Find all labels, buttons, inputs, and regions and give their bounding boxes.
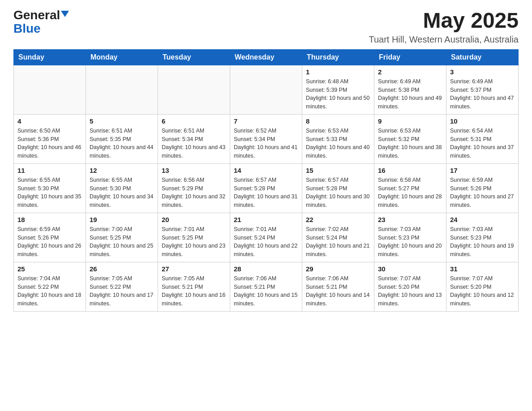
day-number: 15: [306, 167, 370, 174]
day-number: 4: [17, 117, 82, 125]
day-number: 6: [162, 117, 226, 125]
calendar-header-row: SundayMondayTuesdayWednesdayThursdayFrid…: [14, 49, 519, 65]
calendar-day-26: 26Sunrise: 7:05 AMSunset: 5:22 PMDayligh…: [86, 262, 158, 311]
calendar-day-17: 17Sunrise: 6:59 AMSunset: 5:26 PMDayligh…: [446, 163, 519, 213]
day-info: Sunrise: 6:50 AMSunset: 5:36 PMDaylight:…: [17, 127, 82, 160]
day-number: 14: [234, 167, 298, 174]
day-info: Sunrise: 6:48 AMSunset: 5:39 PMDaylight:…: [306, 77, 370, 111]
day-info: Sunrise: 6:53 AMSunset: 5:33 PMDaylight:…: [306, 127, 370, 160]
calendar-day-21: 21Sunrise: 7:01 AMSunset: 5:24 PMDayligh…: [230, 213, 302, 262]
calendar-day-15: 15Sunrise: 6:57 AMSunset: 5:28 PMDayligh…: [302, 163, 374, 213]
calendar-day-16: 16Sunrise: 6:58 AMSunset: 5:27 PMDayligh…: [374, 163, 446, 213]
day-number: 8: [306, 117, 370, 125]
calendar-day-19: 19Sunrise: 7:00 AMSunset: 5:25 PMDayligh…: [86, 213, 158, 262]
calendar-day-5: 5Sunrise: 6:51 AMSunset: 5:35 PMDaylight…: [86, 114, 158, 163]
day-info: Sunrise: 7:01 AMSunset: 5:25 PMDaylight:…: [162, 225, 226, 259]
calendar-day-22: 22Sunrise: 7:02 AMSunset: 5:24 PMDayligh…: [302, 213, 374, 262]
day-info: Sunrise: 6:49 AMSunset: 5:38 PMDaylight:…: [378, 77, 442, 111]
calendar-day-9: 9Sunrise: 6:53 AMSunset: 5:32 PMDaylight…: [374, 114, 446, 163]
calendar-day-1: 1Sunrise: 6:48 AMSunset: 5:39 PMDaylight…: [302, 65, 374, 114]
day-number: 17: [450, 167, 515, 174]
day-number: 25: [17, 265, 82, 273]
calendar-header-sunday: Sunday: [14, 49, 86, 65]
calendar-day-6: 6Sunrise: 6:51 AMSunset: 5:34 PMDaylight…: [158, 114, 230, 163]
day-number: 28: [234, 265, 298, 273]
calendar-day-4: 4Sunrise: 6:50 AMSunset: 5:36 PMDaylight…: [14, 114, 86, 163]
day-number: 19: [90, 216, 154, 223]
calendar-empty-cell: [86, 65, 158, 114]
calendar-day-27: 27Sunrise: 7:05 AMSunset: 5:21 PMDayligh…: [158, 262, 230, 311]
calendar-week-row: 1Sunrise: 6:48 AMSunset: 5:39 PMDaylight…: [14, 65, 519, 114]
day-info: Sunrise: 6:55 AMSunset: 5:30 PMDaylight:…: [17, 176, 82, 210]
day-info: Sunrise: 6:53 AMSunset: 5:32 PMDaylight:…: [378, 127, 442, 160]
month-year-title: May 2025: [369, 9, 519, 33]
day-info: Sunrise: 7:05 AMSunset: 5:21 PMDaylight:…: [162, 274, 226, 308]
header: General Blue May 2025 Tuart Hill, Wester…: [13, 9, 519, 45]
calendar-header-thursday: Thursday: [302, 49, 374, 65]
calendar-day-3: 3Sunrise: 6:49 AMSunset: 5:37 PMDaylight…: [446, 65, 519, 114]
calendar-day-14: 14Sunrise: 6:57 AMSunset: 5:28 PMDayligh…: [230, 163, 302, 213]
day-info: Sunrise: 7:05 AMSunset: 5:22 PMDaylight:…: [90, 274, 154, 308]
day-info: Sunrise: 6:56 AMSunset: 5:29 PMDaylight:…: [162, 176, 226, 210]
calendar-day-25: 25Sunrise: 7:04 AMSunset: 5:22 PMDayligh…: [14, 262, 86, 311]
calendar-week-row: 11Sunrise: 6:55 AMSunset: 5:30 PMDayligh…: [14, 163, 519, 213]
location-subtitle: Tuart Hill, Western Australia, Australia: [369, 34, 519, 45]
calendar-header-monday: Monday: [86, 49, 158, 65]
day-number: 12: [90, 167, 154, 174]
calendar-header-tuesday: Tuesday: [158, 49, 230, 65]
title-area: May 2025 Tuart Hill, Western Australia, …: [369, 9, 519, 45]
calendar-day-13: 13Sunrise: 6:56 AMSunset: 5:29 PMDayligh…: [158, 163, 230, 213]
day-info: Sunrise: 7:07 AMSunset: 5:20 PMDaylight:…: [378, 274, 442, 308]
calendar-day-7: 7Sunrise: 6:52 AMSunset: 5:34 PMDaylight…: [230, 114, 302, 163]
day-number: 3: [450, 68, 515, 76]
day-info: Sunrise: 7:03 AMSunset: 5:23 PMDaylight:…: [378, 225, 442, 259]
calendar-day-28: 28Sunrise: 7:06 AMSunset: 5:21 PMDayligh…: [230, 262, 302, 311]
calendar-day-23: 23Sunrise: 7:03 AMSunset: 5:23 PMDayligh…: [374, 213, 446, 262]
calendar-day-31: 31Sunrise: 7:07 AMSunset: 5:20 PMDayligh…: [446, 262, 519, 311]
logo-blue: Blue: [13, 21, 41, 36]
logo: General Blue: [13, 9, 69, 36]
calendar-header-saturday: Saturday: [446, 49, 519, 65]
day-number: 18: [17, 216, 82, 223]
calendar-day-29: 29Sunrise: 7:06 AMSunset: 5:21 PMDayligh…: [302, 262, 374, 311]
day-info: Sunrise: 6:59 AMSunset: 5:26 PMDaylight:…: [17, 225, 82, 259]
calendar-day-24: 24Sunrise: 7:03 AMSunset: 5:23 PMDayligh…: [446, 213, 519, 262]
day-number: 7: [234, 117, 298, 125]
day-info: Sunrise: 6:49 AMSunset: 5:37 PMDaylight:…: [450, 77, 515, 111]
day-info: Sunrise: 6:59 AMSunset: 5:26 PMDaylight:…: [450, 176, 515, 210]
day-info: Sunrise: 6:57 AMSunset: 5:28 PMDaylight:…: [306, 176, 370, 210]
day-number: 10: [450, 117, 515, 125]
calendar-header-wednesday: Wednesday: [230, 49, 302, 65]
calendar-header-friday: Friday: [374, 49, 446, 65]
day-info: Sunrise: 6:55 AMSunset: 5:30 PMDaylight:…: [90, 176, 154, 210]
day-number: 21: [234, 216, 298, 223]
day-number: 30: [378, 265, 442, 273]
day-number: 11: [17, 167, 82, 174]
calendar-day-20: 20Sunrise: 7:01 AMSunset: 5:25 PMDayligh…: [158, 213, 230, 262]
calendar-empty-cell: [230, 65, 302, 114]
day-number: 23: [378, 216, 442, 223]
day-info: Sunrise: 7:00 AMSunset: 5:25 PMDaylight:…: [90, 225, 154, 259]
day-info: Sunrise: 6:51 AMSunset: 5:35 PMDaylight:…: [90, 127, 154, 160]
day-number: 5: [90, 117, 154, 125]
day-number: 1: [306, 68, 370, 76]
calendar-empty-cell: [158, 65, 230, 114]
day-info: Sunrise: 7:07 AMSunset: 5:20 PMDaylight:…: [450, 274, 515, 308]
logo-general: General: [13, 9, 60, 21]
day-info: Sunrise: 6:54 AMSunset: 5:31 PMDaylight:…: [450, 127, 515, 160]
day-info: Sunrise: 6:58 AMSunset: 5:27 PMDaylight:…: [378, 176, 442, 210]
day-number: 2: [378, 68, 442, 76]
calendar-day-30: 30Sunrise: 7:07 AMSunset: 5:20 PMDayligh…: [374, 262, 446, 311]
day-info: Sunrise: 7:06 AMSunset: 5:21 PMDaylight:…: [306, 274, 370, 308]
day-info: Sunrise: 6:57 AMSunset: 5:28 PMDaylight:…: [234, 176, 298, 210]
day-number: 24: [450, 216, 515, 223]
day-info: Sunrise: 6:51 AMSunset: 5:34 PMDaylight:…: [162, 127, 226, 160]
day-number: 26: [90, 265, 154, 273]
day-info: Sunrise: 7:04 AMSunset: 5:22 PMDaylight:…: [17, 274, 82, 308]
day-number: 9: [378, 117, 442, 125]
calendar-day-8: 8Sunrise: 6:53 AMSunset: 5:33 PMDaylight…: [302, 114, 374, 163]
day-info: Sunrise: 6:52 AMSunset: 5:34 PMDaylight:…: [234, 127, 298, 160]
calendar-empty-cell: [14, 65, 86, 114]
calendar-week-row: 4Sunrise: 6:50 AMSunset: 5:36 PMDaylight…: [14, 114, 519, 163]
calendar-day-12: 12Sunrise: 6:55 AMSunset: 5:30 PMDayligh…: [86, 163, 158, 213]
